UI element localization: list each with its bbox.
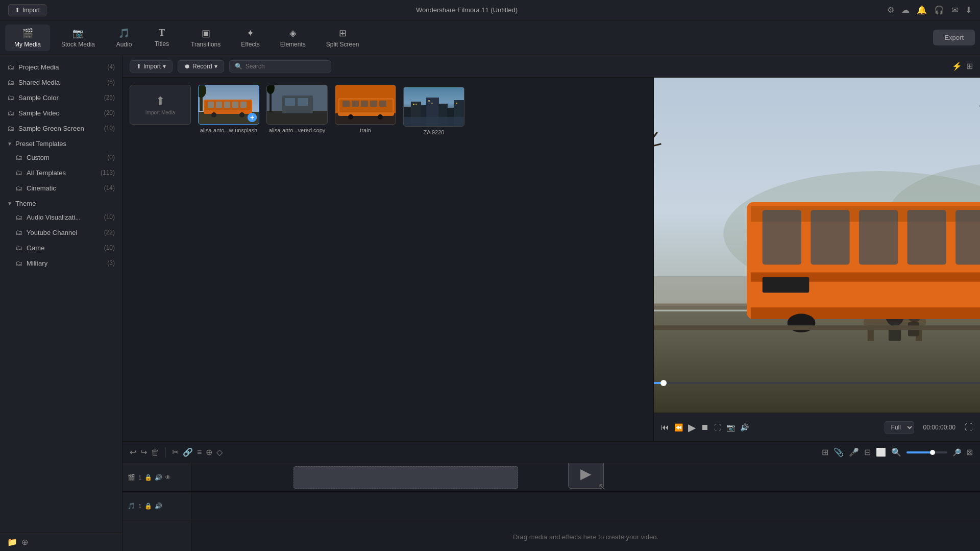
preset-templates-section[interactable]: ▼ Preset Templates (0, 136, 122, 150)
progress-knob[interactable] (660, 380, 667, 386)
cut-icon[interactable]: ✂ (172, 447, 179, 457)
sidebar-item-all-templates[interactable]: 🗂 All Templates (113) (8, 165, 122, 180)
redo-icon[interactable]: ↪ (140, 447, 147, 457)
sidebar-item-shared-media[interactable]: 🗂 Shared Media (5) (0, 75, 122, 90)
step-back-icon[interactable]: ⏪ (674, 423, 683, 432)
add-marker-icon[interactable]: ⊕ (206, 447, 212, 457)
import-button[interactable]: ⬆ Import (8, 4, 46, 16)
tab-titles[interactable]: T Titles (144, 25, 180, 51)
folder-icon-9: 🗂 (15, 213, 22, 221)
music-track-controls: 🔒 🔊 (144, 502, 162, 510)
tab-transitions[interactable]: ▣ Transitions (182, 25, 230, 51)
record-button[interactable]: ⏺ Record ▾ (178, 60, 224, 73)
fullscreen-icon[interactable]: ⛶ (714, 423, 721, 432)
eye-icon[interactable]: 👁 (165, 474, 171, 481)
svg-rect-80 (907, 210, 946, 265)
clip-icon[interactable]: 📎 (834, 447, 844, 457)
mail-icon[interactable]: ✉ (951, 5, 958, 15)
split-timeline-icon[interactable]: ⊟ (864, 447, 871, 457)
media-item-train[interactable]: train (335, 85, 396, 135)
sidebar-item-sample-green[interactable]: 🗂 Sample Green Screen (10) (0, 121, 122, 136)
tab-audio[interactable]: 🎵 Audio (106, 25, 142, 51)
sidebar-item-audio-vis[interactable]: 🗂 Audio Visualizati... (10) (8, 209, 122, 225)
svg-rect-43 (431, 103, 433, 104)
zoom-handle[interactable] (930, 450, 935, 455)
add-track-icon[interactable]: ⊞ (822, 447, 828, 457)
add-media-icon[interactable]: ⊕ (21, 537, 28, 547)
audio-track-icon[interactable]: 🔊 (155, 474, 162, 481)
tab-elements[interactable]: ◈ Elements (271, 25, 315, 51)
search-box[interactable]: 🔍 (229, 60, 331, 73)
lock-icon[interactable]: 🔒 (144, 474, 152, 481)
tab-my-media[interactable]: 🎬 My Media (5, 25, 50, 51)
sidebar-item-sample-color[interactable]: 🗂 Sample Color (25) (0, 90, 122, 105)
headphone-icon[interactable]: 🎧 (934, 5, 944, 15)
music-lock-icon[interactable]: 🔒 (144, 502, 152, 510)
record-timeline-icon[interactable]: 🎤 (849, 447, 859, 457)
stop-button[interactable]: ⏹ (701, 423, 709, 432)
game-label: Game (27, 244, 100, 252)
import-media-button[interactable]: ⬆ Import ▾ (130, 60, 173, 73)
undo-icon[interactable]: ↩ (130, 447, 136, 457)
music-vol-icon[interactable]: 🔊 (155, 502, 162, 510)
media-item-street[interactable]: alisa-anto...vered copy (266, 85, 328, 135)
sample-green-label: Sample Green Screen (18, 125, 100, 132)
download-icon[interactable]: ⬇ (965, 5, 972, 15)
zoom-out-icon[interactable]: 🔍 (891, 447, 901, 457)
fit-icon[interactable]: ⊠ (966, 447, 973, 457)
my-media-label: My Media (14, 41, 41, 48)
expand-icon[interactable]: ⛶ (965, 423, 973, 432)
video-track-number: 1 (138, 474, 141, 481)
filter-icon[interactable]: ⚡ (952, 61, 962, 71)
screenshot-icon[interactable]: 📷 (726, 423, 735, 432)
tab-effects[interactable]: ✦ Effects (232, 25, 268, 51)
drag-preview: ▶ ↖ (568, 463, 604, 489)
zoom-slider[interactable] (906, 451, 947, 453)
unlink-icon[interactable]: 🔗 (183, 447, 193, 457)
zoom-in-icon[interactable]: 🔎 (952, 448, 961, 457)
media-item-tram[interactable]: + alisa-anto...w-unsplash (198, 85, 259, 135)
theme-section[interactable]: ▼ Theme (0, 196, 122, 209)
bullet-list-icon[interactable]: ≡ (197, 448, 202, 457)
video-track-row[interactable]: ▶ ↖ (191, 463, 980, 492)
quality-select[interactable]: Full 1/2 1/4 (885, 421, 914, 434)
svg-rect-5 (216, 102, 222, 108)
sidebar-item-game[interactable]: 🗂 Game (10) (8, 240, 122, 255)
bell-icon[interactable]: 🔔 (917, 5, 927, 15)
sidebar-item-youtube[interactable]: 🗂 Youtube Channel (22) (8, 225, 122, 240)
music-track-icon: 🎵 (128, 502, 135, 510)
play-button[interactable]: ▶ (688, 421, 696, 434)
settings-icon[interactable]: ⚙ (887, 5, 894, 15)
content-wrapper: ⬆ Import ▾ ⏺ Record ▾ 🔍 ⚡ ⊞ (122, 55, 980, 551)
street-label: alisa-anto...vered copy (269, 127, 326, 133)
cloud-icon[interactable]: ☁ (901, 5, 910, 15)
search-input[interactable] (246, 63, 326, 70)
export-button[interactable]: Export (933, 30, 975, 45)
media-item-city[interactable]: ZA 9220 (403, 87, 464, 135)
youtube-label: Youtube Channel (27, 229, 100, 236)
video-track-clip[interactable] (293, 466, 518, 489)
import-media-placeholder[interactable]: ⬆ Import Media (130, 85, 191, 135)
preview-progress-bar-container[interactable] (654, 382, 980, 384)
tab-split-screen[interactable]: ⊞ Split Screen (317, 25, 369, 51)
caption-icon[interactable]: ⬜ (876, 447, 886, 457)
tab-stock-media[interactable]: 📷 Stock Media (52, 25, 104, 51)
sidebar-item-sample-video[interactable]: 🗂 Sample Video (20) (0, 105, 122, 121)
music-track-row[interactable] (191, 492, 980, 520)
effects-label: Effects (241, 41, 259, 48)
rewind-icon[interactable]: ⏮ (661, 423, 669, 432)
sidebar-item-custom[interactable]: 🗂 Custom (0) (8, 150, 122, 165)
shared-media-label: Shared Media (18, 79, 103, 86)
new-folder-icon[interactable]: 📁 (7, 537, 17, 547)
delete-icon[interactable]: 🗑 (151, 448, 159, 457)
sidebar-item-military[interactable]: 🗂 Military (3) (8, 255, 122, 271)
preview-extra-icons: ⛶ 📷 🔊 (714, 423, 749, 432)
all-templates-count: (113) (101, 169, 115, 176)
grid-view-icon[interactable]: ⊞ (966, 61, 973, 71)
sidebar-item-project-media[interactable]: 🗂 Project Media (4) (0, 59, 122, 75)
keyframe-icon[interactable]: ◇ (216, 447, 223, 457)
volume-icon[interactable]: 🔊 (740, 423, 749, 432)
audio-label: Audio (116, 41, 132, 48)
sidebar-item-cinematic[interactable]: 🗂 Cinematic (14) (8, 180, 122, 196)
split-screen-label: Split Screen (326, 41, 359, 48)
